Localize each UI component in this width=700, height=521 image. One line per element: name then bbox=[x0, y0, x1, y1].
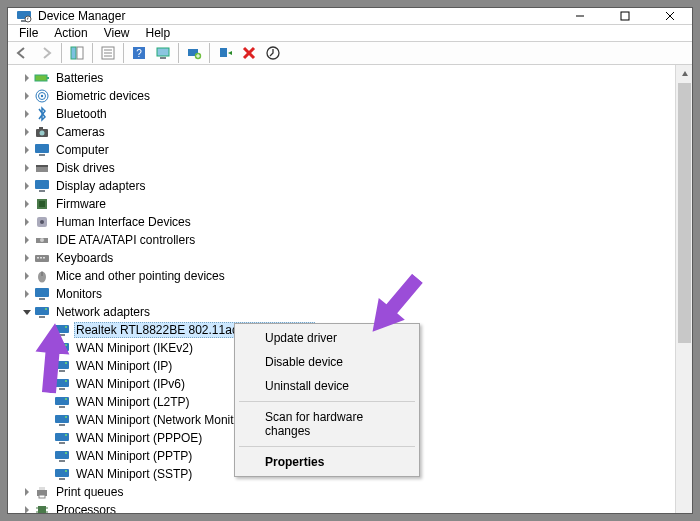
expand-icon[interactable] bbox=[20, 233, 34, 247]
titlebar: Device Manager bbox=[8, 8, 692, 25]
tree-label: Network adapters bbox=[54, 305, 152, 319]
enable-device-button[interactable] bbox=[214, 42, 236, 64]
show-hide-tree-button[interactable] bbox=[66, 42, 88, 64]
tree-item-bluetooth[interactable]: Bluetooth bbox=[10, 105, 675, 123]
expand-icon[interactable] bbox=[20, 179, 34, 193]
expand-icon[interactable] bbox=[20, 269, 34, 283]
back-button[interactable] bbox=[11, 42, 33, 64]
context-disable-device[interactable]: Disable device bbox=[237, 350, 417, 374]
tree-label: Computer bbox=[54, 143, 111, 157]
expand-icon[interactable] bbox=[20, 143, 34, 157]
tree-item-network-adapters[interactable]: Network adapters bbox=[10, 303, 675, 321]
context-menu: Update driver Disable device Uninstall d… bbox=[234, 323, 420, 477]
expand-icon[interactable] bbox=[20, 107, 34, 121]
expand-icon[interactable] bbox=[20, 485, 34, 499]
svg-rect-16 bbox=[160, 57, 166, 59]
properties-button[interactable] bbox=[97, 42, 119, 64]
tree-item-monitors[interactable]: Monitors bbox=[10, 285, 675, 303]
tree-label: Mice and other pointing devices bbox=[54, 269, 227, 283]
scroll-thumb[interactable] bbox=[678, 83, 691, 343]
expand-icon[interactable] bbox=[20, 71, 34, 85]
context-uninstall-device[interactable]: Uninstall device bbox=[237, 374, 417, 398]
context-update-driver[interactable]: Update driver bbox=[237, 326, 417, 350]
svg-rect-15 bbox=[157, 48, 169, 56]
tree-label: Disk drives bbox=[54, 161, 117, 175]
toolbar-separator bbox=[123, 43, 124, 63]
tree-item-mice[interactable]: Mice and other pointing devices bbox=[10, 267, 675, 285]
svg-rect-4 bbox=[621, 12, 629, 20]
computer-icon bbox=[34, 142, 50, 158]
ide-icon bbox=[34, 232, 50, 248]
window-buttons bbox=[557, 8, 692, 24]
network-icon bbox=[54, 394, 70, 410]
monitor-icon bbox=[34, 286, 50, 302]
expand-icon[interactable] bbox=[20, 503, 34, 514]
forward-button[interactable] bbox=[35, 42, 57, 64]
toolbar-separator bbox=[178, 43, 179, 63]
vertical-scrollbar[interactable] bbox=[675, 65, 692, 514]
bluetooth-icon bbox=[34, 106, 50, 122]
tree-label: Firmware bbox=[54, 197, 108, 211]
network-icon bbox=[54, 340, 70, 356]
menu-action[interactable]: Action bbox=[47, 25, 94, 41]
tree-label: WAN Miniport (IP) bbox=[74, 359, 174, 373]
network-icon bbox=[54, 412, 70, 428]
tree-item-keyboards[interactable]: Keyboards bbox=[10, 249, 675, 267]
tree-item-batteries[interactable]: Batteries bbox=[10, 69, 675, 87]
expand-icon[interactable] bbox=[20, 215, 34, 229]
context-scan-hardware[interactable]: Scan for hardware changes bbox=[237, 405, 417, 443]
maximize-button[interactable] bbox=[602, 8, 647, 24]
printer-icon bbox=[34, 484, 50, 500]
toolbar-separator bbox=[209, 43, 210, 63]
expand-icon[interactable] bbox=[20, 125, 34, 139]
tree-item-firmware[interactable]: Firmware bbox=[10, 195, 675, 213]
expand-icon[interactable] bbox=[20, 161, 34, 175]
disk-icon bbox=[34, 160, 50, 176]
toolbar-separator bbox=[92, 43, 93, 63]
tree-label: Biometric devices bbox=[54, 89, 152, 103]
tree-item-biometric[interactable]: Biometric devices bbox=[10, 87, 675, 105]
chip-icon bbox=[34, 196, 50, 212]
camera-icon bbox=[34, 124, 50, 140]
network-icon bbox=[54, 448, 70, 464]
tree-label: Keyboards bbox=[54, 251, 115, 265]
scan-hardware-button[interactable] bbox=[152, 42, 174, 64]
tree-label: WAN Miniport (IKEv2) bbox=[74, 341, 195, 355]
tree-item-ide[interactable]: IDE ATA/ATAPI controllers bbox=[10, 231, 675, 249]
context-properties[interactable]: Properties bbox=[237, 450, 417, 474]
close-button[interactable] bbox=[647, 8, 692, 24]
collapse-icon[interactable] bbox=[20, 305, 34, 319]
menu-help[interactable]: Help bbox=[139, 25, 178, 41]
scroll-up-button[interactable] bbox=[676, 65, 693, 82]
tree-item-display-adapters[interactable]: Display adapters bbox=[10, 177, 675, 195]
tree-item-print-queues[interactable]: Print queues bbox=[10, 483, 675, 501]
tree-label: Bluetooth bbox=[54, 107, 109, 121]
menu-file[interactable]: File bbox=[12, 25, 45, 41]
tree-item-computer[interactable]: Computer bbox=[10, 141, 675, 159]
expand-icon[interactable] bbox=[20, 287, 34, 301]
update-driver-button[interactable] bbox=[183, 42, 205, 64]
svg-rect-19 bbox=[220, 48, 227, 57]
svg-rect-8 bbox=[77, 47, 83, 59]
menu-view[interactable]: View bbox=[97, 25, 137, 41]
svg-text:?: ? bbox=[136, 48, 142, 59]
keyboard-icon bbox=[34, 250, 50, 266]
tree-item-hid[interactable]: Human Interface Devices bbox=[10, 213, 675, 231]
expand-icon[interactable] bbox=[20, 197, 34, 211]
tree-item-disk-drives[interactable]: Disk drives bbox=[10, 159, 675, 177]
tree-label: Processors bbox=[54, 503, 118, 514]
minimize-button[interactable] bbox=[557, 8, 602, 24]
uninstall-device-button[interactable] bbox=[238, 42, 260, 64]
tree-item-processors[interactable]: Processors bbox=[10, 501, 675, 514]
network-icon bbox=[34, 304, 50, 320]
svg-rect-7 bbox=[71, 47, 76, 59]
expand-icon[interactable] bbox=[20, 89, 34, 103]
disable-device-button[interactable] bbox=[262, 42, 284, 64]
tree-item-cameras[interactable]: Cameras bbox=[10, 123, 675, 141]
expand-icon[interactable] bbox=[20, 251, 34, 265]
network-icon bbox=[54, 466, 70, 482]
help-button[interactable]: ? bbox=[128, 42, 150, 64]
app-icon bbox=[16, 8, 32, 24]
context-separator bbox=[239, 446, 415, 447]
network-icon bbox=[54, 322, 70, 338]
